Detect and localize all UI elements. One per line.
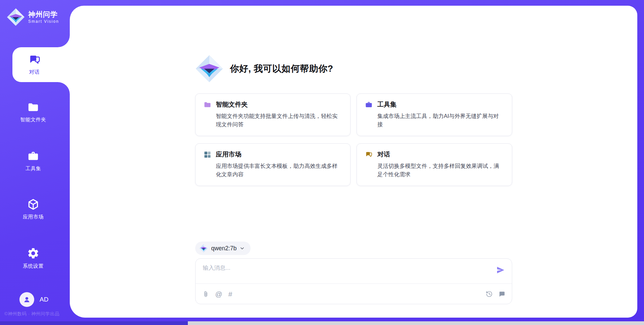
greeting-text: 你好, 我可以如何帮助你? xyxy=(230,63,333,75)
chat-bubbles-icon xyxy=(365,151,373,158)
conversations-button[interactable] xyxy=(498,290,505,298)
sidebar-item-label: 智能文件夹 xyxy=(20,117,46,123)
card-title: 应用市场 xyxy=(216,150,241,159)
sidebar-item-label: 系统设置 xyxy=(23,263,44,269)
card-smart-folder[interactable]: 智能文件夹 智能文件夹功能支持批量文件上传与清洗，轻松实现文件问答 xyxy=(195,93,351,136)
feature-cards: 智能文件夹 智能文件夹功能支持批量文件上传与清洗，轻松实现文件问答 工具集 集成… xyxy=(195,93,512,186)
send-icon xyxy=(496,265,505,275)
hashtag-icon: # xyxy=(228,290,232,298)
attach-button[interactable] xyxy=(202,290,209,298)
user-profile[interactable]: AD xyxy=(19,292,48,307)
sidebar-item-chat[interactable]: 对话 xyxy=(12,47,70,82)
sidebar: 神州问学 Smart Vision 对话 智能文件夹 工具集 应用市场 系统设置 xyxy=(0,0,70,325)
card-toolset[interactable]: 工具集 集成市场上主流工具，助力AI与外界无缝扩展与对接 xyxy=(357,93,512,136)
avatar xyxy=(19,292,34,307)
card-description: 集成市场上主流工具，助力AI与外界无缝扩展与对接 xyxy=(377,112,504,129)
hashtag-button[interactable]: # xyxy=(228,290,232,298)
apps-grid-icon xyxy=(204,151,211,158)
mention-icon: @ xyxy=(215,290,222,298)
message-input[interactable] xyxy=(202,263,488,279)
composer-toolbar: @ # xyxy=(196,284,512,304)
model-selector[interactable]: qwen2:7b xyxy=(195,242,251,255)
send-button[interactable] xyxy=(496,265,505,275)
folder-icon xyxy=(27,101,39,113)
user-initials: AD xyxy=(40,296,48,303)
tab-curve-bottom xyxy=(58,82,70,94)
cube-icon xyxy=(27,198,39,210)
card-title: 对话 xyxy=(377,150,390,159)
card-app-market[interactable]: 应用市场 应用市场提供丰富长文本模板，助力高效生成多样化文章内容 xyxy=(195,143,351,186)
person-icon xyxy=(22,295,31,304)
sidebar-item-settings[interactable]: 系统设置 xyxy=(0,247,66,269)
comment-icon xyxy=(498,290,505,298)
tab-curve-top xyxy=(58,35,70,47)
main-panel: 你好, 我可以如何帮助你? 智能文件夹 智能文件夹功能支持批量文件上传与清洗，轻… xyxy=(70,6,637,318)
history-icon xyxy=(486,290,493,298)
paperclip-icon xyxy=(202,290,209,298)
brand: 神州问学 Smart Vision xyxy=(7,8,59,26)
sidebar-item-toolset[interactable]: 工具集 xyxy=(0,150,66,172)
briefcase-icon xyxy=(27,150,39,162)
card-description: 应用市场提供丰富长文本模板，助力高效生成多样化文章内容 xyxy=(216,162,342,179)
greeting: 你好, 我可以如何帮助你? xyxy=(195,6,512,83)
assistant-logo-icon xyxy=(195,55,223,83)
app-window: 神州问学 Smart Vision 对话 智能文件夹 工具集 应用市场 系统设置 xyxy=(0,0,644,325)
composer: @ # xyxy=(195,258,512,304)
folder-icon xyxy=(204,101,211,109)
card-chat[interactable]: 对话 灵活切换多模型文件，支持多样回复效果调试，满足个性化需求 xyxy=(357,143,512,186)
sidebar-item-label: 工具集 xyxy=(25,166,41,172)
brand-subtitle: Smart Vision xyxy=(28,19,59,24)
history-button[interactable] xyxy=(486,290,493,298)
sidebar-item-label: 应用市场 xyxy=(23,214,44,220)
brand-logo-icon xyxy=(7,8,25,26)
chevron-down-icon xyxy=(240,246,245,251)
model-logo-icon xyxy=(199,244,208,253)
footer-copyright: ©神州数码 · 神州问学出品 xyxy=(4,311,59,317)
briefcase-icon xyxy=(365,101,373,109)
horizontal-scrollbar[interactable] xyxy=(0,321,644,325)
card-description: 智能文件夹功能支持批量文件上传与清洗，轻松实现文件问答 xyxy=(216,112,342,129)
mention-button[interactable]: @ xyxy=(215,290,222,298)
scrollbar-thumb[interactable] xyxy=(0,321,188,325)
chat-bubbles-icon xyxy=(28,54,41,66)
model-name: qwen2:7b xyxy=(211,245,237,252)
sidebar-item-app-market[interactable]: 应用市场 xyxy=(0,198,66,220)
card-description: 灵活切换多模型文件，支持多样回复效果调试，满足个性化需求 xyxy=(377,162,504,179)
sidebar-item-smart-folder[interactable]: 智能文件夹 xyxy=(0,101,66,123)
sidebar-item-label: 对话 xyxy=(29,69,40,76)
brand-name: 神州问学 xyxy=(28,10,59,18)
card-title: 工具集 xyxy=(377,100,396,109)
gear-icon xyxy=(27,247,40,260)
card-title: 智能文件夹 xyxy=(216,100,248,109)
